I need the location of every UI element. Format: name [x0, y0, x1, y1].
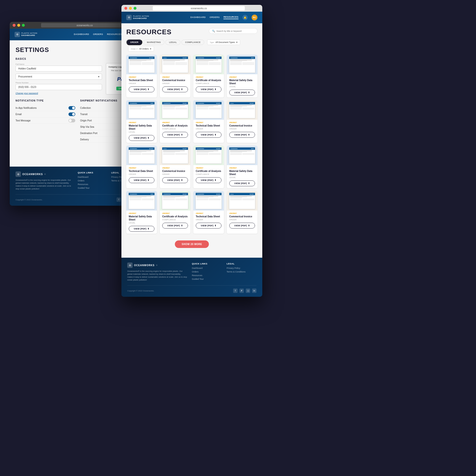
minimize-dot-r[interactable] [129, 7, 132, 10]
resources-footer-link-resources[interactable]: Resources [192, 274, 222, 277]
pdf-icon-4: ⬆ [248, 91, 250, 94]
pdf-icon-10: ⬆ [181, 179, 183, 181]
pdf-icon-1: ⬆ [147, 88, 149, 91]
user-avatar-r[interactable]: RC [252, 15, 257, 20]
view-pdf-btn-9[interactable]: VIEW (PDF) ⬆ [129, 177, 154, 183]
full-name-input[interactable]: Holden Caulfield [16, 66, 102, 72]
nav-orders-r[interactable]: ORDERS [210, 16, 220, 19]
maximize-dot-r[interactable] [134, 7, 136, 10]
doc-thumbnail-7: OCEANWORKS05635637 [193, 100, 224, 120]
job-title-select[interactable]: Procurement ▾ [16, 74, 102, 80]
resources-footer-logo-row: ⊙ OCEANWORKS ® [127, 263, 187, 268]
resources-twitter-icon[interactable]: ✗ [239, 289, 244, 293]
footer-link-resources[interactable]: Resources [78, 183, 106, 186]
doc-info-14: #5635637 Certificate of Analysis COMPLIA… [160, 211, 190, 230]
notification-type-label: NOTIFICATION TYPE [16, 99, 75, 102]
resources-titlebar: oceanworks.co [121, 5, 262, 12]
email-toggle[interactable] [68, 112, 75, 116]
view-pdf-btn-15[interactable]: VIEW (PDF) ⬆ [196, 223, 221, 229]
in-app-toggle[interactable] [68, 106, 75, 110]
doc-thumbnail-13: OCEANWORKSMSDS [126, 191, 157, 211]
view-pdf-btn-11[interactable]: VIEW (PDF) ⬆ [196, 177, 221, 183]
docs-grid: OCEANWORKS05635637 #5635637 Technical Da… [126, 55, 257, 234]
doc-category-1: ORDER [129, 82, 154, 85]
doc-category-9: ORDER [129, 173, 154, 175]
doc-thumbnail-10: Invoice05635637 [160, 146, 190, 165]
maximize-dot[interactable] [22, 24, 25, 27]
view-pdf-btn-13[interactable]: VIEW (PDF) ⬆ [129, 226, 154, 232]
minimize-dot[interactable] [17, 24, 20, 27]
doc-name-4: Material Safety Data Sheet [229, 79, 255, 85]
search-input[interactable] [216, 30, 254, 32]
view-pdf-btn-8[interactable]: VIEW (PDF) ⬆ [229, 132, 255, 138]
mini-doc-13: OCEANWORKSMSDS [128, 193, 154, 209]
resources-linkedin-icon[interactable]: in [252, 289, 256, 293]
resources-footer-link-terms[interactable]: Terms & Conditions [227, 271, 256, 273]
mini-doc-3: OCEANWORKS05635637 [196, 56, 221, 73]
search-box[interactable]: 🔍 [209, 28, 257, 34]
doc-id-16: #5635637 [229, 212, 255, 214]
toggle-knob [72, 107, 75, 109]
show-more-button[interactable]: SHOW 20 MORE [175, 240, 209, 248]
view-pdf-btn-4[interactable]: VIEW (PDF) ⬆ [229, 90, 255, 95]
tab-order[interactable]: ORDER [126, 39, 142, 45]
doc-info-13: #5635637 Material Safety Data Sheet LEGA… [126, 211, 157, 234]
type-filter-dropdown[interactable]: Type All Document Types ▾ [207, 40, 240, 45]
footer-logo-row: ⊙ OCEANWORKS ® [16, 171, 73, 177]
sms-toggle[interactable] [68, 119, 75, 122]
doc-category-4: LEGAL [229, 85, 255, 88]
phone-input[interactable]: (910) 555 - 0123 [16, 84, 102, 90]
tab-legal[interactable]: LEGAL [165, 40, 180, 45]
nav-dashboard-r[interactable]: DASHBOARD [190, 16, 206, 19]
view-pdf-btn-16[interactable]: VIEW (PDF) ⬆ [229, 223, 255, 229]
footer-link-dashboard[interactable]: Dashboard [78, 176, 106, 178]
brand-subtitle-line1: PLASTIC ACTION [21, 32, 37, 34]
change-password-link[interactable]: Change your password [16, 92, 102, 94]
resources-footer-link-orders[interactable]: Orders [192, 271, 222, 273]
doc-thumbnail-4: OCEANWORKSMSDS [227, 55, 257, 74]
view-pdf-btn-1[interactable]: VIEW (PDF) ⬆ [129, 86, 154, 92]
view-pdf-btn-5[interactable]: VIEW (PDF) ⬆ [129, 135, 154, 141]
pdf-icon-13: ⬆ [147, 228, 149, 230]
close-dot-r[interactable] [124, 7, 127, 10]
resources-facebook-icon[interactable]: f [233, 289, 238, 293]
resources-footer-link-dashboard[interactable]: Dashboard [192, 267, 222, 269]
nav-dashboard[interactable]: DASHBOARD [74, 33, 89, 36]
view-pdf-btn-6[interactable]: VIEW (PDF) ⬆ [162, 132, 188, 138]
pdf-icon-12: ⬆ [248, 182, 250, 185]
resources-footer-legal-title: LEGAL [227, 263, 256, 265]
tab-marketing[interactable]: MARKETING [143, 40, 164, 45]
resources-footer-link-guided-tour[interactable]: Guided Tour [192, 278, 222, 280]
facebook-icon[interactable]: f [117, 197, 121, 202]
doc-info-5: #5635637 Material Safety Data Sheet LEGA… [126, 120, 157, 143]
doc-thumbnail-9: OCEANWORKS05635637 [126, 146, 157, 165]
doc-thumbnail-6: OCEANWORKS05635637 [160, 100, 190, 120]
doc-id-3: #5635637 [196, 76, 221, 78]
footer-link-orders[interactable]: Orders [78, 179, 106, 182]
resources-footer-link-privacy[interactable]: Privacy Policy [227, 267, 256, 269]
mini-doc-5: OCEANWORKSMSDS [128, 102, 154, 118]
doc-name-16: Commerical Invoice [229, 215, 255, 218]
nav-resources[interactable]: RESOURCES [107, 33, 122, 36]
nav-resources-r[interactable]: RESOURCES [223, 16, 238, 19]
pdf-icon-2: ⬆ [181, 88, 183, 91]
mini-doc-4: OCEANWORKSMSDS [229, 56, 255, 73]
nav-logo-r: ⊙ PLASTIC ACTION DASHBOARD [126, 15, 149, 20]
view-pdf-btn-10[interactable]: VIEW (PDF) ⬆ [162, 177, 188, 183]
notification-bell-r[interactable]: 🔔 [242, 15, 248, 20]
close-dot[interactable] [13, 24, 16, 27]
order-filter-dropdown[interactable]: Order # All Orders ▾ [128, 46, 154, 51]
footer-link-guided-tour[interactable]: Guided Tour [78, 187, 106, 189]
doc-category-6: COMPLIANCE [162, 128, 188, 130]
view-pdf-btn-2[interactable]: VIEW (PDF) ⬆ [162, 86, 188, 92]
view-pdf-btn-12[interactable]: VIEW (PDF) ⬆ [229, 180, 255, 186]
resources-instagram-icon[interactable]: ◻ [246, 289, 250, 293]
doc-card-14: OCEANWORKS05635637 #5635637 Certificate … [160, 191, 190, 234]
view-pdf-btn-7[interactable]: VIEW (PDF) ⬆ [196, 132, 221, 138]
nav-orders[interactable]: ORDERS [93, 33, 103, 36]
view-pdf-btn-3[interactable]: VIEW (PDF) ⬆ [196, 86, 221, 92]
tab-compliance[interactable]: COMPLIANCE [181, 40, 204, 45]
footer-quick-links-col: QUICK LINKS Dashboard Orders Resources G… [78, 171, 106, 190]
resources-footer-brand: OCEANWORKS [134, 264, 154, 267]
view-pdf-btn-14[interactable]: VIEW (PDF) ⬆ [162, 223, 188, 229]
